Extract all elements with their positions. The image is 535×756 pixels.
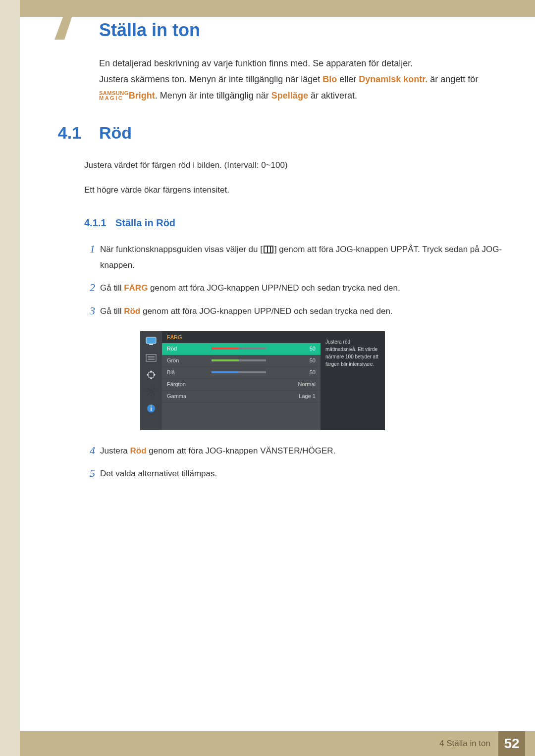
step-number: 1 [84, 241, 100, 274]
intro-paragraph-1: En detaljerad beskrivning av varje funkt… [99, 55, 505, 71]
chapter-intro: En detaljerad beskrivning av varje funkt… [99, 55, 505, 103]
svg-rect-18 [151, 407, 152, 411]
subsection-number: 4.1.1 [84, 217, 106, 228]
step-2: 2 Gå till FÄRG genom att föra JOG-knappe… [84, 279, 505, 296]
section-body-p1: Justera värdet för färgen röd i bilden. … [84, 157, 505, 173]
intro-paragraph-2: Justera skärmens ton. Menyn är inte till… [99, 71, 505, 103]
osd-row-gamma: Gamma Läge 1 [162, 391, 321, 403]
page-number: 52 [498, 731, 525, 756]
menu-item-rod: Röd [130, 446, 146, 455]
osd-value: Läge 1 [291, 393, 316, 399]
svg-rect-2 [149, 344, 153, 345]
osd-label: Grön [167, 357, 212, 363]
samsung-magic-brand: SAMSUNGMAGIC [99, 91, 129, 101]
svg-line-13 [148, 388, 149, 390]
osd-label: Gamma [167, 393, 212, 399]
osd-slider-fill-red [212, 348, 239, 350]
display-icon [145, 336, 157, 346]
svg-point-8 [150, 390, 153, 393]
chapter-title: Ställa in ton [99, 20, 505, 41]
osd-label: Färgton [167, 381, 212, 387]
osd-value: 50 [291, 369, 316, 375]
steps-list-cont: 4 Justera Röd genom att föra JOG-knappen… [84, 442, 505, 482]
osd-row-green: Grön 50 [162, 355, 321, 367]
left-margin [0, 0, 20, 756]
mode-bio: Bio [322, 74, 337, 84]
section-title: Röd [99, 123, 132, 143]
osd-header: FÄRG [162, 331, 321, 343]
svg-rect-19 [151, 405, 152, 406]
gear-icon [145, 387, 157, 397]
svg-line-15 [148, 394, 149, 395]
osd-value: 50 [291, 357, 316, 363]
osd-row-red: Röd 50 [162, 343, 321, 355]
svg-line-16 [153, 388, 155, 390]
osd-slider-fill-blue [212, 371, 239, 373]
step-text: Justera Röd genom att föra JOG-knappen V… [100, 442, 335, 459]
mode-dynamic-contrast: Dynamisk kontr. [359, 74, 428, 84]
step-3: 3 Gå till Röd genom att föra JOG-knappen… [84, 302, 505, 319]
osd-screenshot: FÄRG Röd 50 Grön 50 Blå 50 Färgto [140, 331, 385, 430]
svg-rect-1 [146, 337, 156, 344]
steps-list: 1 När funktionsknappsguiden visas väljer… [84, 241, 505, 319]
step-1: 1 När funktionsknappsguiden visas väljer… [84, 241, 505, 274]
mode-game: Spelläge [271, 91, 308, 101]
osd-icon-column [140, 331, 162, 430]
step-number: 4 [84, 442, 100, 459]
osd-label: Röd [167, 346, 212, 352]
osd-row-colortone: Färgton Normal [162, 379, 321, 391]
osd-slider [212, 371, 291, 374]
subsection-heading: 4.1.1 Ställa in Röd [84, 217, 505, 229]
resize-icon [145, 370, 157, 380]
menu-item-rod: Röd [124, 306, 140, 316]
osd-panel: FÄRG Röd 50 Grön 50 Blå 50 Färgto [140, 331, 385, 430]
osd-label: Blå [167, 369, 212, 375]
step-5: 5 Det valda alternativet tillämpas. [84, 465, 505, 482]
osd-value: Normal [291, 381, 316, 387]
osd-slider-fill-green [212, 359, 239, 361]
osd-main: FÄRG Röd 50 Grön 50 Blå 50 Färgto [162, 331, 321, 430]
osd-slider [212, 359, 291, 362]
section-heading: 4.1 Röd [20, 123, 505, 143]
section-number: 4.1 [20, 123, 99, 143]
step-number: 3 [84, 302, 100, 319]
step-text: Gå till FÄRG genom att föra JOG-knappen … [100, 279, 400, 296]
step-text: Gå till Röd genom att föra JOG-knappen U… [100, 302, 393, 319]
footer-chapter-label: 4 Ställa in ton [439, 739, 490, 749]
step-4: 4 Justera Röd genom att föra JOG-knappen… [84, 442, 505, 459]
section-body-p2: Ett högre värde ökar färgens intensitet. [84, 182, 505, 198]
osd-row-blue: Blå 50 [162, 367, 321, 379]
subsection-title: Ställa in Röd [115, 217, 175, 228]
svg-rect-7 [149, 372, 154, 377]
osd-help-text: Justera röd mättnadsnivå. Ett värde närm… [321, 331, 385, 430]
section-body: Justera värdet för färgen röd i bilden. … [84, 157, 505, 199]
step-text: Det valda alternativet tillämpas. [100, 465, 217, 482]
step-number: 5 [84, 465, 100, 482]
osd-value: 50 [291, 346, 316, 352]
list-icon [145, 353, 157, 363]
osd-slider [212, 347, 291, 350]
page-footer: 4 Ställa in ton 52 [20, 731, 535, 756]
page-content: Ställa in ton En detaljerad beskrivning … [20, 0, 535, 756]
menu-icon [264, 246, 273, 253]
menu-item-farg: FÄRG [124, 283, 148, 293]
mode-bright: Bright [129, 91, 155, 101]
step-text: När funktionsknappsguiden visas väljer d… [100, 241, 505, 274]
step-number: 2 [84, 279, 100, 296]
info-icon [145, 403, 157, 413]
svg-line-14 [153, 394, 155, 395]
